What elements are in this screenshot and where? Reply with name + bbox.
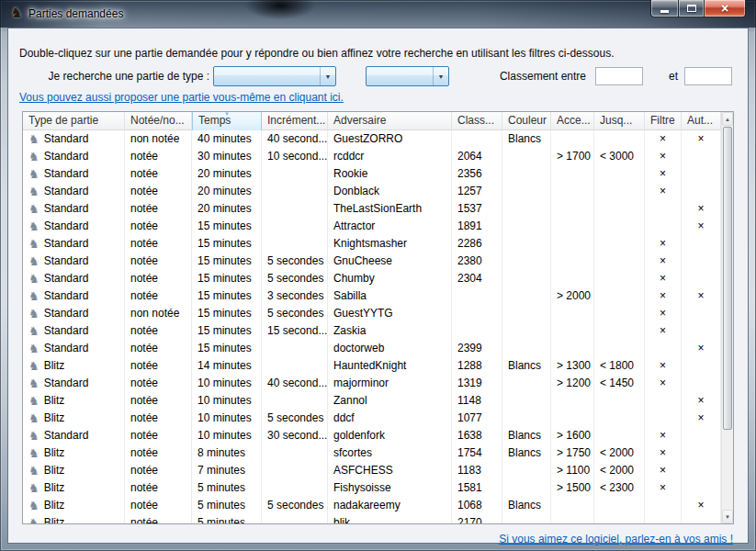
cell-accept-min: > 1300 bbox=[551, 357, 594, 375]
chess-knight-icon: ♞ bbox=[28, 411, 39, 425]
game-row[interactable]: ♞Standardnotée15 minutesKnightsmasher228… bbox=[23, 235, 721, 253]
game-row[interactable]: ♞Standardnotée15 minutes5 secondesGnuChe… bbox=[23, 253, 721, 270]
cell-time: 5 minutes bbox=[192, 479, 262, 497]
cell-type: ♞Standard bbox=[23, 218, 125, 235]
column-header-time[interactable]: ▼Temps bbox=[192, 112, 262, 130]
rating-max-input[interactable] bbox=[684, 67, 732, 85]
cell-opponent: Chumby bbox=[328, 270, 452, 287]
column-header-accept-max[interactable]: Jusq... bbox=[594, 112, 645, 130]
cell-increment: 3 secondes bbox=[262, 287, 328, 305]
game-row[interactable]: ♞Blitznotée5 minutesFishysoisse1581> 150… bbox=[23, 479, 721, 497]
chess-knight-icon: ♞ bbox=[28, 289, 39, 303]
cell-filter: × bbox=[645, 375, 682, 392]
game-row[interactable]: ♞Standardnotée20 minutesRookie2356× bbox=[23, 165, 721, 183]
cell-type: ♞Standard bbox=[23, 322, 125, 340]
cell-accept-min bbox=[551, 235, 594, 253]
game-row[interactable]: ♞Blitznotée8 minutessfcortes1754Blancs> … bbox=[23, 444, 721, 462]
cell-accept-max: < 2300 bbox=[594, 479, 645, 497]
cell-color bbox=[502, 235, 551, 253]
cell-filter: × bbox=[645, 148, 682, 165]
cell-rated: notée bbox=[125, 462, 192, 479]
cell-type: ♞Blitz bbox=[23, 497, 125, 514]
column-header-rated[interactable]: Notée/no... bbox=[125, 112, 192, 130]
cell-type: ♞Blitz bbox=[23, 462, 125, 479]
propose-game-link[interactable]: Vous pouvez aussi proposer une partie vo… bbox=[19, 91, 344, 104]
cell-filter: × bbox=[645, 270, 682, 287]
cell-color: Blancs bbox=[502, 357, 551, 375]
chess-knight-icon: ♞ bbox=[28, 516, 39, 523]
cell-filter: × bbox=[645, 444, 682, 462]
share-link[interactable]: Si vous aimez ce logiciel, parlez-en à v… bbox=[499, 533, 733, 545]
column-header-label: Class... bbox=[457, 114, 494, 127]
game-row[interactable]: ♞Standardnotée15 minutesdoctorweb2399× bbox=[23, 340, 721, 357]
chevron-down-icon[interactable]: ▼ bbox=[320, 67, 335, 85]
game-row[interactable]: ♞Blitznotée10 minutesZannol1148× bbox=[23, 392, 721, 410]
column-header-opponent[interactable]: Adversaire bbox=[328, 112, 452, 130]
game-type-text: Blitz bbox=[44, 359, 65, 372]
sort-arrow-icon: ▼ bbox=[224, 112, 230, 118]
game-row[interactable]: ♞Blitznotée10 minutes5 secondesddcf1077× bbox=[23, 410, 721, 427]
cell-accept-max bbox=[594, 514, 645, 523]
game-row[interactable]: ♞Standardnotée10 minutes30 second...gold… bbox=[23, 427, 721, 444]
column-header-accept-min[interactable]: Acce... bbox=[551, 112, 594, 130]
cell-type: ♞Blitz bbox=[23, 410, 125, 427]
vertical-scrollbar[interactable]: ▲ ▼ bbox=[721, 112, 733, 523]
game-row[interactable]: ♞Standardnotée15 minutes5 secondesChumby… bbox=[23, 270, 721, 287]
chevron-down-icon[interactable]: ▼ bbox=[433, 67, 448, 85]
game-row[interactable]: ♞Blitznotée14 minutesHauntedKnight1288Bl… bbox=[23, 357, 721, 375]
cell-increment bbox=[262, 357, 328, 375]
game-row[interactable]: ♞Standardnon notée40 minutes40 second...… bbox=[23, 130, 721, 148]
cell-type: ♞Standard bbox=[23, 148, 125, 165]
rating-min-input[interactable] bbox=[595, 67, 643, 85]
cell-type: ♞Blitz bbox=[23, 392, 125, 410]
scrollbar-thumb[interactable] bbox=[723, 127, 732, 430]
cell-rating: 1077 bbox=[452, 410, 502, 427]
cell-accept-max bbox=[594, 218, 645, 235]
game-row[interactable]: ♞Standardnotée15 minutes15 second...Zask… bbox=[23, 322, 721, 340]
game-subtype-select[interactable]: ▼ bbox=[366, 66, 449, 86]
cell-filter bbox=[645, 340, 682, 357]
column-header-color[interactable]: Couleur bbox=[502, 112, 551, 130]
column-header-rating[interactable]: Class... bbox=[452, 112, 502, 130]
column-header-filter[interactable]: Filtre bbox=[645, 112, 682, 130]
cell-accept-min bbox=[551, 322, 594, 340]
game-row[interactable]: ♞Standardnon notée15 minutes5 secondesGu… bbox=[23, 305, 721, 322]
maximize-button[interactable] bbox=[678, 0, 704, 17]
game-row[interactable]: ♞Standardnotée10 minutes40 second...majo… bbox=[23, 375, 721, 392]
column-header-type[interactable]: Type de partie bbox=[23, 112, 125, 130]
cell-time: 10 minutes bbox=[192, 392, 262, 410]
column-header-increment[interactable]: Incrément... bbox=[262, 112, 328, 130]
cell-rating: 1537 bbox=[452, 200, 502, 218]
cell-opponent: Donblack bbox=[328, 183, 452, 200]
column-header-auto[interactable]: Aut... bbox=[682, 112, 721, 130]
cell-opponent: Sabilla bbox=[328, 287, 452, 305]
cell-accept-max: < 2000 bbox=[594, 444, 645, 462]
close-button[interactable]: × bbox=[704, 0, 746, 17]
game-row[interactable]: ♞Standardnotée15 minutes3 secondesSabill… bbox=[23, 287, 721, 305]
cell-rated: notée bbox=[125, 427, 192, 444]
chess-knight-icon: ♞ bbox=[28, 394, 39, 408]
game-row[interactable]: ♞Standardnotée20 minutesDonblack1257× bbox=[23, 183, 721, 200]
cell-time: 20 minutes bbox=[192, 200, 262, 218]
game-row[interactable]: ♞Blitznotée7 minutesASFCHESS1183> 1100< … bbox=[23, 462, 721, 479]
scroll-down-button[interactable]: ▼ bbox=[722, 510, 733, 523]
game-row[interactable]: ♞Standardnotée15 minutesAttractor1891× bbox=[23, 218, 721, 235]
cell-auto bbox=[682, 479, 721, 497]
game-type-text: Blitz bbox=[44, 411, 65, 424]
game-row[interactable]: ♞Standardnotée20 minutesTheLastSionEarth… bbox=[23, 200, 721, 218]
cell-filter: × bbox=[645, 130, 682, 148]
cell-auto bbox=[682, 253, 721, 270]
game-row[interactable]: ♞Blitznotée5 minutesblik2170 bbox=[23, 514, 721, 523]
cell-rated: notée bbox=[125, 514, 192, 523]
game-row[interactable]: ♞Standardnotée30 minutes10 second...rcdd… bbox=[23, 148, 721, 165]
cell-filter: × bbox=[645, 235, 682, 253]
minimize-button[interactable] bbox=[650, 0, 678, 17]
cell-type: ♞Blitz bbox=[23, 514, 125, 523]
cell-increment: 5 secondes bbox=[262, 270, 328, 287]
scroll-up-button[interactable]: ▲ bbox=[722, 112, 733, 126]
cell-opponent: blik bbox=[328, 514, 452, 523]
cell-accept-max bbox=[594, 200, 645, 218]
game-type-select[interactable]: ▼ bbox=[213, 66, 336, 86]
cell-accept-max: < 1450 bbox=[594, 375, 645, 392]
game-row[interactable]: ♞Blitznotée5 minutes5 secondesnadakareem… bbox=[23, 497, 721, 514]
